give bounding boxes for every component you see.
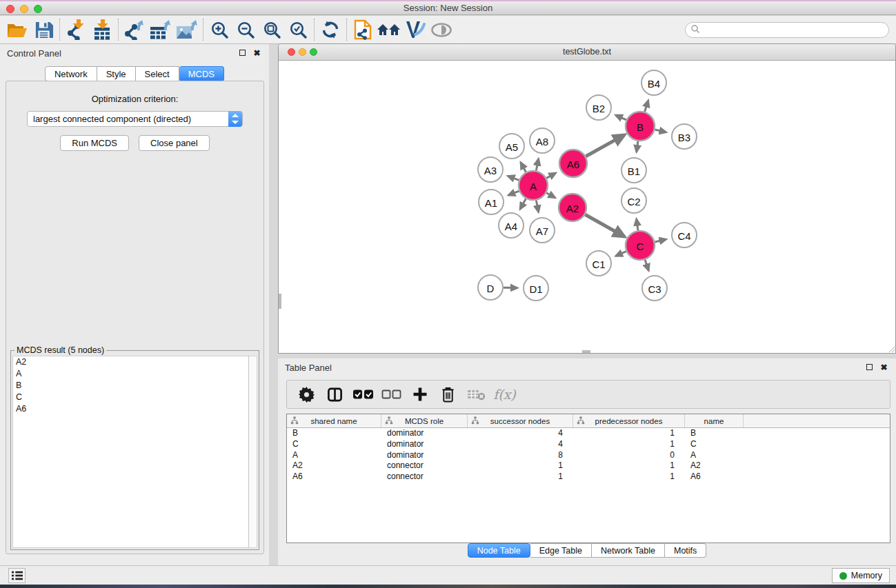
- mcds-result-item[interactable]: A6: [13, 403, 249, 415]
- mcds-result-list[interactable]: A2ABCA6: [12, 356, 250, 548]
- maximize-window-button[interactable]: [34, 5, 42, 13]
- network-close-button[interactable]: [288, 48, 295, 56]
- table-cell[interactable]: 4: [468, 428, 573, 439]
- edge-A-A1[interactable]: [508, 191, 519, 195]
- edge-A-A3[interactable]: [508, 176, 519, 180]
- export-image-icon[interactable]: [174, 18, 200, 41]
- table-cell[interactable]: 1: [573, 439, 685, 450]
- table-cell[interactable]: C: [685, 439, 744, 450]
- edge-B-B3[interactable]: [655, 130, 666, 132]
- table-row[interactable]: A6connector11A6: [287, 472, 890, 483]
- close-window-button[interactable]: [6, 5, 14, 13]
- edge-B-B4[interactable]: [645, 101, 648, 112]
- mcds-result-item[interactable]: A2: [13, 356, 249, 368]
- table-row[interactable]: Adominator80A: [287, 450, 890, 461]
- table-cell[interactable]: A: [685, 450, 744, 461]
- zoom-selected-icon[interactable]: [285, 18, 311, 41]
- node-D1[interactable]: D1: [524, 276, 548, 301]
- table-cell[interactable]: 0: [573, 450, 685, 461]
- table-cell[interactable]: 1: [573, 472, 685, 483]
- search-input[interactable]: [700, 26, 888, 35]
- node-A5[interactable]: A5: [499, 134, 524, 159]
- table-cell[interactable]: C: [287, 439, 381, 450]
- edge-B-B1[interactable]: [637, 141, 638, 152]
- edge-A6-B[interactable]: [586, 135, 624, 156]
- mcds-result-item[interactable]: B: [13, 380, 249, 392]
- delete-column-icon[interactable]: [435, 383, 461, 406]
- mcds-result-item[interactable]: A: [13, 368, 249, 380]
- delete-table-icon[interactable]: [464, 383, 489, 406]
- table-cell[interactable]: A2: [685, 460, 744, 472]
- column-visibility-icon[interactable]: [322, 383, 348, 406]
- node-A[interactable]: A: [519, 171, 548, 200]
- edge-C-C3[interactable]: [645, 260, 648, 271]
- node-C2[interactable]: C2: [621, 188, 646, 213]
- table-cell[interactable]: dominator: [381, 439, 468, 450]
- memory-button[interactable]: Memory: [832, 568, 890, 583]
- table-cell[interactable]: 4: [468, 439, 573, 450]
- node-B[interactable]: B: [626, 112, 655, 141]
- table-cell[interactable]: B: [685, 428, 744, 439]
- table-cell[interactable]: dominator: [381, 450, 468, 461]
- node-B2[interactable]: B2: [586, 95, 611, 120]
- edge-A-A2[interactable]: [546, 193, 555, 198]
- network-graph[interactable]: AA1A3A5A8A4A7A6A2BB2B4B3B1C2CC4C1C3DD1: [279, 61, 895, 353]
- tab-network[interactable]: Network: [45, 66, 97, 81]
- home-view-icon[interactable]: [376, 18, 402, 41]
- tab-style[interactable]: Style: [97, 66, 136, 81]
- minimize-window-button[interactable]: [20, 5, 28, 13]
- new-network-from-selection-icon[interactable]: [350, 18, 376, 41]
- export-table-icon[interactable]: [148, 18, 174, 41]
- table-row[interactable]: Cdominator41C: [287, 439, 890, 450]
- node-A6[interactable]: A6: [559, 150, 587, 177]
- float-panel-icon[interactable]: [237, 48, 248, 58]
- node-C3[interactable]: C3: [642, 276, 667, 301]
- node-A8[interactable]: A8: [530, 128, 555, 153]
- refresh-network-icon[interactable]: [317, 18, 344, 41]
- tab-mcds[interactable]: MCDS: [179, 66, 224, 81]
- import-table-icon[interactable]: [89, 18, 115, 41]
- column-header-predecessor-nodes[interactable]: predecessor nodes: [573, 414, 685, 427]
- edge-C-C2[interactable]: [637, 219, 638, 230]
- table-row[interactable]: Bdominator41B: [287, 428, 890, 439]
- node-A7[interactable]: A7: [530, 218, 555, 243]
- network-canvas[interactable]: AA1A3A5A8A4A7A6A2BB2B4B3B1C2CC4C1C3DD1: [279, 61, 895, 353]
- import-network-icon[interactable]: [63, 18, 89, 41]
- node-C1[interactable]: C1: [586, 251, 611, 276]
- open-file-icon[interactable]: [4, 18, 30, 41]
- table-cell[interactable]: 1: [468, 460, 573, 472]
- node-B3[interactable]: B3: [672, 124, 697, 149]
- mcds-result-item[interactable]: C: [13, 392, 249, 403]
- edge-A-A4[interactable]: [520, 199, 526, 209]
- edge-A-A5[interactable]: [521, 163, 526, 172]
- table-cell[interactable]: A6: [287, 472, 381, 483]
- close-panel-icon[interactable]: ✖: [252, 48, 262, 58]
- horizontal-scroll-thumb[interactable]: [582, 350, 590, 353]
- tab-motifs[interactable]: Motifs: [665, 543, 706, 558]
- table-close-panel-icon[interactable]: ✖: [879, 363, 889, 372]
- save-session-icon[interactable]: [30, 18, 57, 41]
- zoom-fit-icon[interactable]: [259, 18, 285, 41]
- edge-B-B2[interactable]: [616, 115, 626, 120]
- select-all-icon[interactable]: [350, 383, 376, 406]
- table-cell[interactable]: 1: [573, 428, 685, 439]
- node-C4[interactable]: C4: [672, 223, 697, 247]
- table-cell[interactable]: 1: [573, 460, 685, 472]
- zoom-out-icon[interactable]: [232, 18, 259, 41]
- table-cell[interactable]: 1: [468, 472, 573, 483]
- vertical-scroll-thumb[interactable]: [279, 294, 281, 309]
- list-scrollbar[interactable]: [248, 356, 257, 548]
- node-C[interactable]: C: [626, 231, 655, 260]
- optimization-select[interactable]: largest connected component (directed): [27, 111, 243, 127]
- table-cell[interactable]: 8: [468, 450, 573, 461]
- network-window-titlebar[interactable]: testGlobe.txt: [279, 44, 895, 61]
- search-box[interactable]: [685, 22, 889, 38]
- table-float-panel-icon[interactable]: [864, 363, 875, 372]
- task-history-button[interactable]: [8, 568, 26, 583]
- node-A2[interactable]: A2: [559, 194, 586, 221]
- function-builder-icon[interactable]: f(x): [492, 383, 517, 406]
- column-header-shared-name[interactable]: shared name: [287, 414, 381, 427]
- edge-A2-C[interactable]: [585, 214, 624, 236]
- table-cell[interactable]: connector: [381, 472, 468, 483]
- resize-grip-icon[interactable]: [887, 345, 895, 353]
